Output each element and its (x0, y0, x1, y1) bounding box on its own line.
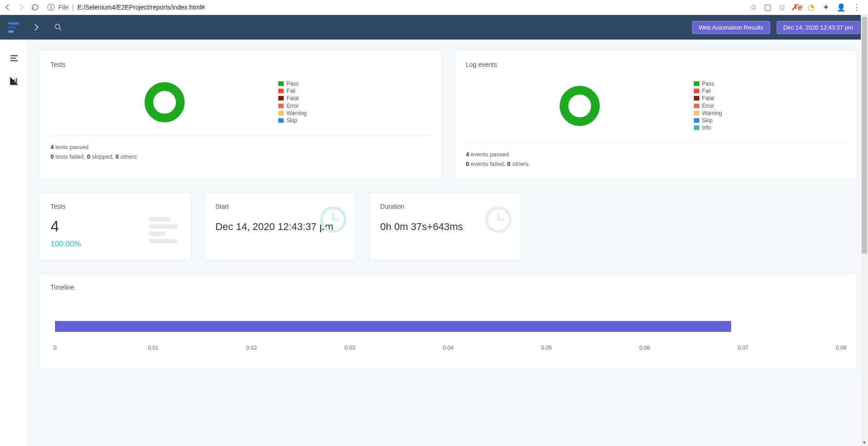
legend-item: Error (694, 102, 846, 110)
legend-swatch (694, 104, 699, 108)
legend-item: Info (694, 124, 846, 131)
legend-item: Warning (694, 110, 846, 117)
scrollbar[interactable]: ▲ ▼ (861, 15, 868, 446)
legend-swatch (694, 125, 699, 130)
file-label: File (58, 4, 69, 11)
chrome-menu-icon[interactable]: ⋮ (853, 2, 861, 12)
tests-donut-chart (143, 80, 186, 124)
legend-label: Fail (286, 87, 295, 95)
start-stat-card: Start Dec 14, 2020 12:43:37 pm (204, 192, 356, 261)
tests-card-title: Tests (50, 61, 431, 68)
legend-item: Fatal (278, 95, 430, 102)
back-button[interactable] (4, 3, 12, 11)
legend-label: Error (702, 102, 714, 110)
sidebar-chart-icon[interactable] (9, 76, 19, 86)
legend-swatch (694, 118, 699, 123)
extension-icon-1[interactable]: ▢ (763, 3, 772, 11)
axis-tick: 0 (54, 345, 57, 351)
legend-swatch (278, 89, 284, 93)
extensions-puzzle-icon[interactable]: ✦ (822, 3, 830, 11)
timeline-card: Timeline 00.010.020.030.040.050.060.070.… (39, 273, 857, 369)
extension-icon-3[interactable]: ✗e (793, 3, 801, 11)
svg-rect-3 (15, 78, 17, 84)
legend-label: Error (286, 102, 299, 110)
forward-button[interactable] (17, 3, 25, 11)
reload-button[interactable] (31, 3, 39, 11)
content-area: Tests PassFailFatalErrorWarningSkip 4 te… (28, 40, 868, 446)
tests-stat-title: Tests (50, 203, 180, 210)
legend-item: Fatal (694, 95, 846, 102)
timeline-title: Timeline (50, 284, 846, 291)
legend-swatch (278, 118, 284, 123)
timeline-bar (55, 321, 731, 332)
svg-point-4 (149, 86, 180, 118)
extension-icon-2[interactable]: ☺ (778, 3, 786, 11)
extension-icon-4[interactable]: ◔ (807, 3, 815, 11)
tests-stat-card: Tests 4 100.00% (39, 192, 191, 261)
legend-swatch (694, 96, 699, 100)
app-header: Web Automation Results Dec 14, 2020 12:4… (0, 15, 868, 40)
axis-tick: 0.04 (443, 345, 453, 351)
log-card-footer: 4 events passed 0 events failed, 0 other… (466, 142, 846, 169)
legend-label: Warning (702, 110, 722, 117)
log-legend: PassFailFatalErrorWarningSkipInfo (694, 80, 846, 131)
axis-tick: 0.03 (345, 345, 355, 351)
legend-label: Pass (286, 80, 299, 87)
axis-tick: 0.01 (148, 345, 158, 351)
log-card-title: Log events (466, 61, 846, 68)
axis-tick: 0.02 (246, 345, 257, 351)
legend-item: Fail (694, 87, 846, 95)
search-icon[interactable] (54, 23, 63, 32)
legend-label: Fail (702, 87, 711, 95)
legend-item: Skip (694, 117, 846, 124)
chrome-toolbar-icons: ☆ ▢ ☺ ✗e ◔ ✦ 👤 ⋮ (750, 2, 864, 12)
timestamp-badge[interactable]: Dec 14, 2020 12:43:37 pm (777, 21, 860, 34)
browser-chrome: i File | E:/Selenium4/E2EProject/reports… (0, 0, 868, 15)
results-badge[interactable]: Web Automation Results (692, 21, 770, 34)
svg-rect-2 (14, 79, 15, 84)
timeline-axis: 00.010.020.030.040.050.060.070.08 (55, 345, 841, 354)
legend-swatch (278, 81, 284, 86)
svg-rect-1 (11, 81, 13, 84)
chevron-right-icon[interactable] (32, 23, 41, 32)
bookmark-icon[interactable]: ☆ (750, 2, 757, 12)
log-donut-chart (558, 84, 602, 128)
legend-item: Pass (694, 80, 846, 87)
clock-icon (484, 205, 512, 234)
info-icon: i (47, 4, 55, 11)
tests-card-footer: 4 tests passed 0 tests failed, 0 skipped… (50, 135, 431, 162)
address-bar[interactable]: i File | E:/Selenium4/E2EProject/reports… (45, 4, 744, 11)
legend-item: Warning (278, 110, 430, 117)
legend-swatch (694, 89, 699, 93)
legend-item: Error (278, 102, 430, 110)
tests-legend: PassFailFatalErrorWarningSkip (278, 80, 430, 124)
svg-point-0 (55, 24, 60, 29)
sidebar (0, 40, 28, 446)
legend-label: Fatal (702, 95, 714, 102)
axis-tick: 0.08 (836, 345, 846, 351)
legend-swatch (278, 111, 284, 115)
legend-swatch (694, 111, 699, 115)
legend-swatch (694, 81, 699, 86)
legend-swatch (278, 96, 284, 100)
legend-item: Fail (278, 87, 430, 95)
legend-item: Pass (278, 80, 430, 87)
axis-tick: 0.05 (541, 345, 552, 351)
legend-swatch (278, 104, 284, 108)
axis-tick: 0.06 (639, 345, 650, 351)
svg-point-5 (564, 90, 596, 121)
tests-card: Tests PassFailFatalErrorWarningSkip 4 te… (39, 50, 442, 180)
legend-label: Pass (702, 80, 714, 87)
profile-avatar-icon[interactable]: 👤 (836, 2, 846, 12)
legend-label: Info (702, 124, 711, 131)
app-logo-icon[interactable] (8, 22, 19, 33)
axis-tick: 0.07 (738, 345, 748, 351)
legend-label: Warning (286, 110, 306, 117)
scroll-down-icon[interactable]: ▼ (862, 440, 867, 445)
scrollbar-thumb[interactable] (862, 17, 867, 254)
clock-icon (319, 205, 347, 234)
legend-label: Skip (286, 117, 297, 124)
sidebar-list-icon[interactable] (9, 53, 19, 63)
legend-label: Fatal (286, 95, 299, 102)
log-events-card: Log events PassFailFatalErrorWarningSkip… (455, 50, 858, 180)
